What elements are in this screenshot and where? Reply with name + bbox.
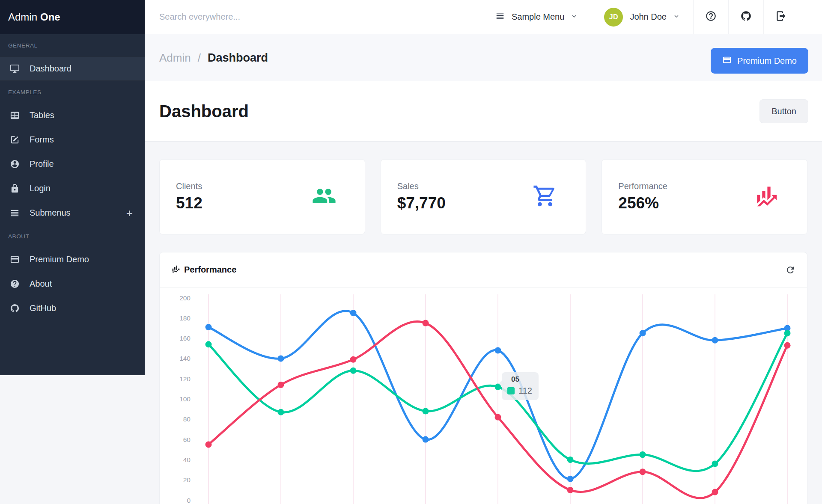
- github-button[interactable]: [728, 0, 763, 34]
- card-label: Sales: [397, 181, 446, 191]
- performance-card: Performance 256%: [602, 159, 807, 234]
- stat-cards: Clients 512 Sales $7,770 Performance 256…: [159, 159, 807, 234]
- sidebar-item-label: Forms: [30, 135, 54, 145]
- sidebar-item-forms[interactable]: Forms: [0, 127, 145, 152]
- performance-chart[interactable]: 200180160140120100806040200: [160, 288, 807, 504]
- sample-menu-label: Sample Menu: [512, 12, 564, 22]
- sidebar-section-general: GENERAL: [0, 34, 145, 56]
- sales-card: Sales $7,770: [381, 159, 587, 234]
- sidebar-item-premium-demo[interactable]: Premium Demo: [0, 247, 145, 272]
- account-circle-icon: [0, 159, 30, 169]
- sidebar-item-about[interactable]: About: [0, 272, 145, 296]
- sample-menu[interactable]: Sample Menu: [482, 0, 591, 34]
- breadcrumb-separator: /: [198, 51, 201, 65]
- credit-card-icon: [0, 255, 30, 264]
- github-icon: [0, 303, 30, 313]
- sidebar-item-label: Tables: [30, 110, 54, 120]
- sidebar-item-dashboard[interactable]: Dashboard: [0, 56, 145, 81]
- sidebar-item-label: Login: [30, 184, 51, 193]
- lock-icon: [0, 184, 30, 193]
- app-brand: Admin One: [0, 0, 145, 34]
- help-circle-icon: [0, 279, 30, 289]
- chevron-down-icon: [673, 12, 680, 22]
- github-icon: [740, 10, 752, 24]
- svg-text:120: 120: [179, 375, 191, 382]
- svg-text:60: 60: [183, 436, 191, 443]
- page-header: Dashboard Button: [145, 81, 822, 142]
- sidebar-item-label: Dashboard: [30, 64, 71, 74]
- brand-bold: One: [40, 11, 60, 23]
- breadcrumb-bar: Admin / Dashboard Premium Demo: [145, 34, 822, 81]
- header-button[interactable]: Button: [759, 99, 808, 123]
- reload-button[interactable]: [785, 265, 795, 275]
- clients-card: Clients 512: [159, 159, 365, 234]
- chart-tooltip: 05 112: [502, 372, 539, 400]
- search-input[interactable]: [159, 12, 399, 22]
- svg-text:20: 20: [183, 476, 191, 483]
- sidebar-section-examples: EXAMPLES: [0, 81, 145, 103]
- svg-text:80: 80: [183, 415, 191, 423]
- plus-icon[interactable]: +: [126, 208, 133, 219]
- premium-demo-button[interactable]: Premium Demo: [711, 48, 808, 74]
- sidebar-item-label: About: [30, 279, 52, 289]
- sidebar-item-submenus[interactable]: Submenus +: [0, 201, 145, 225]
- sidebar-item-label: Profile: [30, 159, 54, 169]
- sidebar-item-github[interactable]: GitHub: [0, 296, 145, 320]
- finance-icon: [171, 264, 180, 275]
- card-label: Performance: [618, 181, 667, 191]
- logout-icon: [775, 10, 787, 24]
- panel-header: Performance: [160, 252, 807, 288]
- sidebar-section-about: ABOUT: [0, 225, 145, 247]
- finance-icon: [754, 184, 779, 210]
- tooltip-title: 05: [511, 375, 532, 384]
- monitor-icon: [0, 64, 30, 74]
- svg-text:0: 0: [187, 497, 191, 504]
- edit-square-icon: [0, 135, 30, 145]
- premium-demo-label: Premium Demo: [737, 56, 797, 66]
- card-value: 512: [176, 194, 203, 212]
- avatar: JD: [604, 8, 623, 27]
- table-icon: [0, 110, 30, 120]
- tooltip-marker: [507, 387, 515, 394]
- svg-text:160: 160: [179, 335, 191, 342]
- breadcrumb-current: Dashboard: [208, 51, 268, 65]
- page-title: Dashboard: [159, 102, 249, 121]
- svg-text:200: 200: [179, 294, 191, 302]
- user-menu[interactable]: JD John Doe: [591, 0, 693, 34]
- svg-text:180: 180: [179, 314, 191, 322]
- card-value: $7,770: [397, 194, 446, 212]
- chevron-down-icon: [570, 12, 578, 22]
- sidebar-item-label: Submenus: [30, 208, 71, 218]
- cart-icon: [533, 184, 557, 210]
- user-name: John Doe: [630, 12, 667, 22]
- sidebar: Admin One GENERAL Dashboard EXAMPLES Tab…: [0, 0, 145, 375]
- sidebar-item-profile[interactable]: Profile: [0, 152, 145, 176]
- performance-panel: Performance 200180160140120100806040200: [159, 252, 807, 504]
- sidebar-item-label: Premium Demo: [30, 255, 89, 264]
- help-circle-outline-icon: [705, 10, 717, 24]
- help-button[interactable]: [693, 0, 728, 34]
- sidebar-item-login[interactable]: Login: [0, 176, 145, 201]
- tooltip-value: 112: [518, 386, 532, 396]
- performance-chart-svg: 200180160140120100806040200: [160, 288, 807, 504]
- sidebar-item-tables[interactable]: Tables: [0, 103, 145, 127]
- card-label: Clients: [176, 181, 203, 191]
- breadcrumb-parent[interactable]: Admin: [159, 51, 191, 65]
- card-value: 256%: [618, 194, 667, 212]
- panel-title: Performance: [184, 265, 236, 275]
- menu-icon: [495, 12, 505, 23]
- users-icon: [312, 184, 337, 210]
- sidebar-item-label: GitHub: [30, 303, 56, 313]
- svg-text:40: 40: [183, 456, 191, 463]
- top-navbar: Sample Menu JD John Doe: [145, 0, 822, 34]
- logout-button[interactable]: [763, 0, 798, 34]
- brand-regular: Admin: [8, 11, 37, 23]
- svg-text:100: 100: [179, 395, 191, 403]
- navbar-spacer: [798, 0, 822, 34]
- svg-text:140: 140: [179, 355, 191, 362]
- list-icon: [0, 208, 30, 218]
- credit-card-icon: [722, 55, 732, 67]
